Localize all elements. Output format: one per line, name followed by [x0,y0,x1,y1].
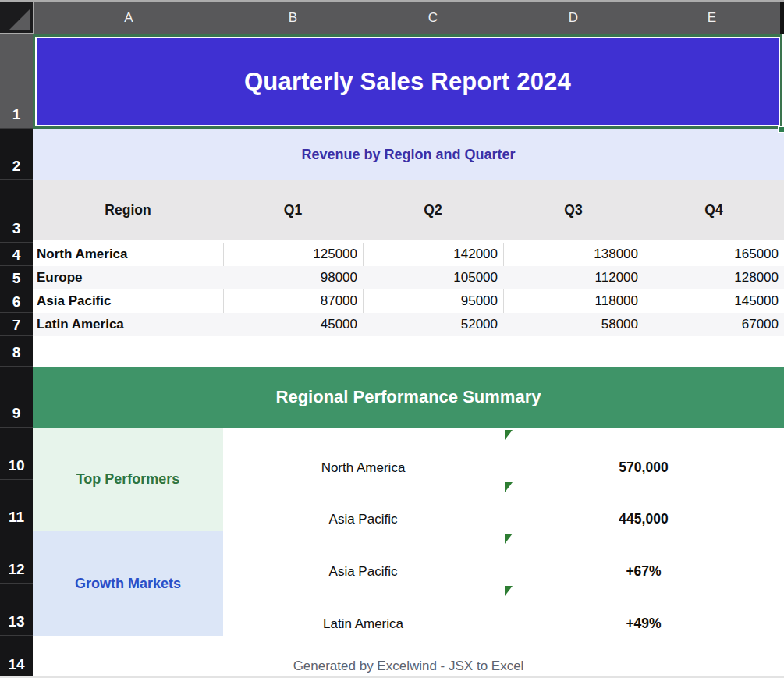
cell-grid: Quarterly Sales Report 2024 Revenue by R… [33,34,784,678]
row-header-8[interactable]: 8 [0,336,33,367]
error-indicator-icon [505,534,513,544]
subtitle-cell-merged[interactable]: Revenue by Region and Quarter [33,129,784,180]
row-header-12[interactable]: 12 [0,531,33,584]
fill-handle[interactable] [778,126,784,133]
cell-summary-name[interactable]: Asia Pacific [223,480,503,531]
cell-summary-name[interactable]: Latin America [223,584,503,636]
cell-region-header[interactable]: Region [33,180,223,240]
cell-summary-value[interactable]: 445,000 [503,480,784,531]
cell-summary-name[interactable]: North America [223,428,503,480]
summary-value-text: +49% [626,616,661,632]
cell-value[interactable]: 87000 [223,289,363,313]
row-header-13[interactable]: 13 [0,584,33,636]
cell-value[interactable]: 58000 [503,313,644,336]
column-header-strip: A B C D E [0,0,784,34]
cell-value[interactable]: 112000 [503,266,644,289]
cell-value[interactable]: 52000 [363,313,503,336]
row-header-4[interactable]: 4 [0,243,33,266]
cell-value[interactable]: 67000 [644,313,784,336]
row-header-5[interactable]: 5 [0,266,33,289]
error-indicator-icon [505,482,513,492]
cell-value[interactable]: 138000 [503,243,644,266]
column-header-d[interactable]: D [503,2,644,34]
table-header-row: Region Q1 Q2 Q3 Q4 [33,180,784,243]
row-header-1[interactable]: 1 [0,34,33,129]
cell-value[interactable]: 145000 [644,289,784,313]
summary-value-text: 570,000 [619,460,668,476]
row-header-9[interactable]: 9 [0,367,33,428]
cell-q1-header[interactable]: Q1 [223,180,363,240]
cell-value[interactable]: 45000 [223,313,363,336]
column-header-a[interactable]: A [34,2,223,34]
cell-value[interactable]: 125000 [223,243,363,266]
summary-group-top-performers: Top Performers North America 570,000 Asi… [33,428,784,531]
cell-region[interactable]: North America [33,243,223,266]
cell-summary-value[interactable]: 570,000 [503,428,784,480]
cell-q3-header[interactable]: Q3 [503,180,644,240]
cell-summary-name[interactable]: Asia Pacific [223,531,503,584]
row-header-column: 1 2 3 4 5 6 7 8 9 10 11 12 13 14 [0,34,33,678]
cell-summary-value[interactable]: +67% [503,531,784,584]
cell-region[interactable]: Latin America [33,313,223,336]
table-row: North America 125000 142000 138000 16500… [33,243,784,266]
blank-row[interactable] [33,336,784,367]
row-header-14[interactable]: 14 [0,636,33,678]
spreadsheet: A B C D E 1 2 3 4 5 6 7 8 9 10 11 12 13 … [0,0,784,678]
table-row: Latin America 45000 52000 58000 67000 [33,313,784,336]
column-header-edge [780,2,784,34]
cell-value[interactable]: 128000 [644,266,784,289]
column-header-b[interactable]: B [223,2,363,34]
row-header-2[interactable]: 2 [0,129,33,180]
cell-value[interactable]: 95000 [363,289,503,313]
error-indicator-icon [505,586,513,596]
selection-border [33,34,782,129]
table-row: Europe 98000 105000 112000 128000 [33,266,784,289]
summary-value-text: 445,000 [619,511,668,527]
cell-q2-header[interactable]: Q2 [363,180,503,240]
select-all-triangle-icon [9,9,30,30]
row-header-7[interactable]: 7 [0,313,33,336]
cell-group-label[interactable]: Growth Markets [33,531,223,636]
footer-cell-merged[interactable]: Generated by Excelwind - JSX to Excel [33,636,784,678]
summary-group-growth-markets: Growth Markets Asia Pacific +67% Latin A… [33,531,784,636]
cell-value[interactable]: 98000 [223,266,363,289]
cell-group-label[interactable]: Top Performers [33,428,223,531]
cell-region[interactable]: Asia Pacific [33,289,223,313]
select-all-corner[interactable] [0,2,34,34]
generator-credit: Generated by Excelwind - JSX to Excel [293,658,524,674]
summary-banner-title: Regional Performance Summary [276,387,541,407]
table-row: Asia Pacific 87000 95000 118000 145000 [33,289,784,313]
cell-value[interactable]: 105000 [363,266,503,289]
cell-value[interactable]: 142000 [363,243,503,266]
cell-q4-header[interactable]: Q4 [644,180,784,240]
cell-region[interactable]: Europe [33,266,223,289]
cell-value[interactable]: 165000 [644,243,784,266]
error-indicator-icon [505,430,513,440]
row-header-11[interactable]: 11 [0,480,33,531]
summary-banner-cell-merged[interactable]: Regional Performance Summary [33,367,784,428]
report-subtitle: Revenue by Region and Quarter [301,147,515,163]
title-cell-merged[interactable]: Quarterly Sales Report 2024 [33,34,784,129]
row-header-6[interactable]: 6 [0,289,33,313]
summary-value-text: +67% [626,563,661,580]
row-header-3[interactable]: 3 [0,180,33,243]
column-header-c[interactable]: C [363,2,503,34]
row-header-10[interactable]: 10 [0,428,33,480]
cell-value[interactable]: 118000 [503,289,644,313]
cell-summary-value[interactable]: +49% [503,584,784,636]
column-header-e[interactable]: E [644,2,780,34]
